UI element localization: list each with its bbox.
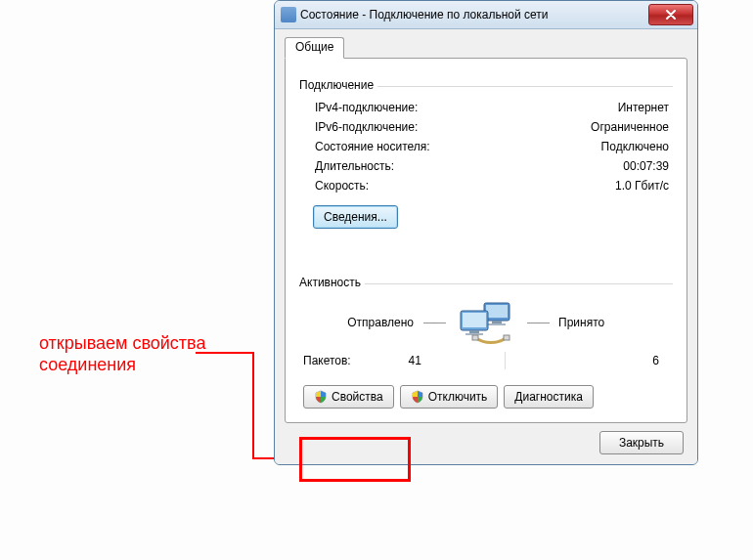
action-button-row: Свойства Отключить Диагностика (299, 385, 673, 409)
close-dialog-button[interactable]: Закрыть (599, 431, 684, 454)
svg-rect-1 (486, 305, 508, 318)
divider-dash: —— (527, 316, 549, 329)
details-button[interactable]: Сведения... (313, 205, 398, 229)
sent-label: Отправлено (316, 316, 414, 329)
network-activity-icon (455, 301, 517, 344)
divider-dash: —— (423, 316, 445, 329)
svg-rect-6 (469, 330, 479, 333)
connection-status-icon (281, 7, 296, 22)
properties-button-label: Свойства (332, 390, 383, 404)
received-label: Принято (558, 316, 656, 329)
disable-button-label: Отключить (428, 390, 488, 404)
svg-rect-5 (463, 313, 486, 327)
close-dialog-button-label: Закрыть (619, 436, 664, 450)
svg-rect-2 (492, 321, 502, 323)
disable-button[interactable]: Отключить (400, 385, 499, 409)
uac-shield-icon (411, 390, 424, 404)
vertical-divider (505, 352, 506, 369)
tab-page-general: Подключение IPv4-подключение: Интернет I… (285, 58, 687, 423)
diagnose-button[interactable]: Диагностика (504, 385, 594, 409)
titlebar[interactable]: Состояние - Подключение по локальной сет… (275, 1, 697, 29)
ipv4-label: IPv4-подключение: (315, 98, 418, 117)
diagnose-button-label: Диагностика (514, 390, 583, 404)
window-title: Состояние - Подключение по локальной сет… (300, 8, 648, 22)
annotation-connector (196, 352, 254, 354)
ipv6-value: Ограниченное (591, 117, 669, 137)
media-state-value: Подключено (601, 137, 669, 156)
packets-received-value: 6 (531, 352, 665, 369)
svg-rect-8 (472, 335, 478, 340)
status-dialog: Состояние - Подключение по локальной сет… (274, 0, 698, 465)
close-icon (665, 10, 677, 20)
speed-value: 1.0 Гбит/с (615, 176, 669, 195)
speed-label: Скорость: (315, 176, 369, 195)
annotation-connector (252, 352, 254, 459)
duration-label: Длительность: (315, 156, 394, 176)
svg-rect-9 (504, 335, 509, 340)
uac-shield-icon (314, 390, 328, 404)
activity-group-title: Активность (299, 276, 365, 289)
properties-button[interactable]: Свойства (303, 385, 394, 409)
packets-label: Пакетов: (303, 352, 351, 369)
duration-value: 00:07:39 (623, 156, 669, 176)
packets-sent-value: 41 (351, 352, 479, 369)
connection-group-title: Подключение (299, 78, 377, 92)
close-button[interactable] (648, 4, 693, 25)
svg-rect-3 (488, 323, 506, 325)
connection-group: Подключение IPv4-подключение: Интернет I… (299, 72, 673, 229)
details-button-label: Сведения... (324, 210, 387, 224)
tab-strip: Общие (285, 37, 687, 59)
ipv4-value: Интернет (618, 98, 669, 117)
annotation-text: открываем свойства соединения (39, 332, 205, 375)
ipv6-label: IPv6-подключение: (315, 117, 418, 137)
tab-general[interactable]: Общие (285, 37, 344, 59)
media-state-label: Состояние носителя: (315, 137, 430, 156)
activity-group: Активность Отправлено —— (299, 270, 673, 369)
